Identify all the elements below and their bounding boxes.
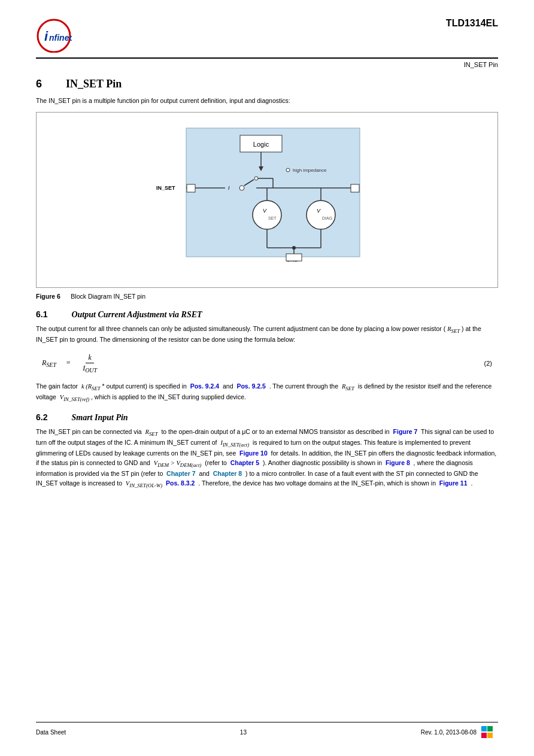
svg-text:nfineon: nfineon	[49, 33, 72, 42]
link-figure7[interactable]: Figure 7	[393, 428, 418, 435]
svg-text:IN_SET: IN_SET	[156, 185, 175, 191]
footer-page: 13	[240, 729, 247, 736]
section6-heading: 6 IN_SET Pin	[36, 78, 498, 90]
svg-point-14	[239, 186, 244, 190]
link-pos832[interactable]: Pos. 8.3.2	[166, 479, 195, 487]
section-label: IN_SET Pin	[36, 61, 498, 68]
link-figure8[interactable]: Figure 8	[386, 459, 410, 466]
svg-rect-12	[187, 184, 195, 192]
circuit-diagram: Logic high impedance IN_SET I	[153, 122, 381, 278]
link-chapter5[interactable]: Chapter 5	[230, 459, 259, 466]
svg-point-16	[254, 177, 258, 180]
svg-rect-38	[487, 726, 493, 731]
section62-num: 6.2	[36, 412, 47, 422]
section6-title: IN_SET Pin	[66, 78, 122, 90]
section62-heading: 6.2 Smart Input Pin	[36, 412, 498, 423]
doc-title: TLD1314EL	[446, 18, 498, 29]
formula-area: RSET = k IOUT (2)	[36, 353, 498, 374]
footer-right-area: Rev. 1.0, 2013-08-08	[421, 726, 498, 738]
section61-title: Output Current Adjustment via RSET	[71, 310, 202, 320]
header: i nfineon TLD1314EL	[36, 18, 498, 53]
link-figure10[interactable]: Figure 10	[239, 450, 268, 457]
infineon-logo: i nfineon	[36, 18, 72, 53]
logo-area: i nfineon	[36, 18, 72, 53]
link-figure11[interactable]: Figure 11	[439, 479, 468, 487]
figure6-caption-bold: Figure 6	[36, 293, 60, 300]
formula-number: (2)	[484, 360, 492, 367]
formula: RSET = k IOUT	[42, 353, 99, 374]
section62-text: The IN_SET pin can be connected via RSET…	[36, 427, 498, 490]
svg-point-20	[253, 201, 281, 229]
svg-point-8	[286, 168, 290, 172]
svg-point-23	[307, 201, 335, 229]
svg-rect-37	[481, 726, 487, 731]
svg-text:DIAG: DIAG	[322, 216, 332, 220]
header-divider	[36, 57, 498, 59]
svg-text:i: i	[44, 29, 48, 44]
section62-title: Smart Input Pin	[71, 413, 128, 423]
svg-text:high impedance: high impedance	[293, 168, 327, 173]
svg-text:V: V	[317, 208, 321, 214]
footer-left: Data Sheet	[36, 729, 66, 736]
footer-right: Rev. 1.0, 2013-08-08	[421, 729, 477, 736]
section61-text2: The gain factor k (RSET * output current…	[36, 382, 498, 403]
page: i nfineon TLD1314EL IN_SET Pin 6 IN_SET …	[0, 0, 534, 756]
header-right: TLD1314EL	[446, 18, 498, 29]
section61-text1: The output current for all three channel…	[36, 324, 498, 345]
figure6-caption-text: Block Diagram IN_SET pin	[71, 293, 145, 300]
svg-rect-40	[487, 733, 493, 738]
section6-num: 6	[36, 78, 42, 90]
footer-logo	[481, 726, 498, 738]
figure6-caption: Figure 6 Block Diagram IN_SET pin	[36, 293, 498, 300]
svg-rect-34	[286, 254, 302, 261]
section61-heading: 6.1 Output Current Adjustment via RSET	[36, 309, 498, 320]
link-chapter8[interactable]: Chapter 8	[213, 470, 242, 477]
footer: Data Sheet 13 Rev. 1.0, 2013-08-08	[36, 722, 498, 738]
section61-num: 6.1	[36, 309, 47, 319]
formula-fraction: k IOUT	[80, 353, 99, 374]
link-pos924[interactable]: Pos. 9.2.4	[190, 382, 219, 390]
svg-text:V: V	[263, 208, 267, 214]
link-chapter7[interactable]: Chapter 7	[166, 470, 195, 477]
svg-rect-36	[351, 184, 359, 192]
section6-intro: The IN_SET pin is a multiple function pi…	[36, 96, 498, 106]
svg-rect-39	[481, 733, 487, 738]
svg-text:SET: SET	[268, 216, 277, 220]
svg-text:Logic: Logic	[253, 141, 269, 148]
figure6-box: Logic high impedance IN_SET I	[36, 112, 498, 288]
link-pos925[interactable]: Pos. 9.2.5	[236, 382, 265, 390]
